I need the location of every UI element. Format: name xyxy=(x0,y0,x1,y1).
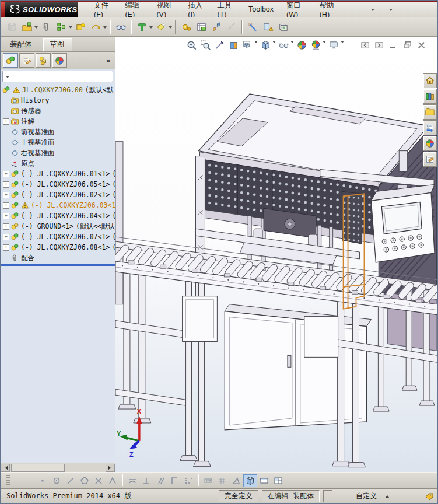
window-prev-button[interactable] xyxy=(358,38,372,51)
menu-search-icon[interactable] xyxy=(345,3,357,16)
screen-capture-button[interactable] xyxy=(275,19,290,35)
tab-assembly[interactable]: 装配体 xyxy=(3,38,39,51)
taskpane-appearances-button[interactable] xyxy=(423,136,437,151)
close-button[interactable] xyxy=(421,3,435,16)
scroll-left-icon[interactable] xyxy=(1,464,10,472)
sp-tangent-button[interactable] xyxy=(125,474,139,487)
open-component-button[interactable] xyxy=(19,19,34,35)
update-assembly-button[interactable] xyxy=(260,19,275,35)
graphics-area[interactable]: X Y Z xyxy=(115,37,437,472)
expand-toggle[interactable]: + xyxy=(3,192,9,198)
display-style-dropdown[interactable] xyxy=(272,41,276,45)
minimize-doc-button[interactable] xyxy=(386,38,400,51)
open-component-dropdown[interactable] xyxy=(34,26,38,30)
apply-scene-dropdown[interactable] xyxy=(323,41,326,45)
apply-scene-button[interactable] xyxy=(309,38,323,51)
mate-button[interactable] xyxy=(38,19,54,35)
toolbar-drag-handle[interactable] xyxy=(6,475,10,487)
window-next-button[interactable] xyxy=(372,38,386,51)
tree-item-13[interactable]: +(-) GROUND<1>(默认<<默认: xyxy=(2,221,115,232)
front-junction-box[interactable] xyxy=(304,317,338,358)
panel-expand-chevron[interactable]: » xyxy=(106,56,113,65)
linear-pattern-dropdown[interactable] xyxy=(69,26,72,30)
view-orientation-button[interactable] xyxy=(240,38,254,51)
close-doc-button[interactable] xyxy=(414,38,428,51)
bill-of-materials-button[interactable] xyxy=(194,19,209,35)
filter-dropdown[interactable] xyxy=(6,76,9,80)
sp-center-button[interactable] xyxy=(50,474,64,487)
help-button[interactable] xyxy=(375,3,389,16)
menu-4[interactable]: 插入(I) xyxy=(181,2,211,17)
assembly-features-dropdown[interactable] xyxy=(149,26,153,30)
reference-geometry-button[interactable] xyxy=(153,19,169,35)
linear-pattern-button[interactable] xyxy=(54,19,69,35)
fm-tab-property-manager[interactable] xyxy=(19,53,34,68)
tree-filter[interactable] xyxy=(2,71,113,82)
menu-7[interactable]: 窗口(W) xyxy=(280,2,313,17)
exploded-view-button[interactable] xyxy=(209,19,224,35)
taskpane-custom-properties-button[interactable] xyxy=(423,152,437,167)
taskpane-design-library-button[interactable] xyxy=(423,89,437,104)
new-document-dropdown[interactable] xyxy=(371,9,374,13)
fm-tab-configuration-manager[interactable] xyxy=(36,53,51,68)
move-component-dropdown[interactable] xyxy=(103,26,107,30)
tree-item-6[interactable]: 右视基准面 xyxy=(2,148,115,158)
scroll-thumb[interactable] xyxy=(11,464,65,472)
scroll-right-icon[interactable] xyxy=(106,464,115,472)
taskpane-home-button[interactable] xyxy=(423,73,437,88)
new-document-button[interactable] xyxy=(357,3,371,16)
tree-item-2[interactable]: 传感器 xyxy=(2,106,115,116)
expand-toggle[interactable]: + xyxy=(3,181,9,188)
sp-corner-button[interactable] xyxy=(167,474,181,487)
sp-line-button[interactable] xyxy=(64,474,78,487)
tag-icon[interactable] xyxy=(425,492,434,501)
menu-3[interactable]: 视图(V) xyxy=(150,2,181,17)
zoom-fit-button[interactable] xyxy=(184,38,198,51)
sp-point-button[interactable] xyxy=(36,474,50,487)
tab-sketch[interactable]: 草图 xyxy=(43,38,72,51)
sp-dotted-button[interactable] xyxy=(181,474,195,487)
hide-show-items-button[interactable] xyxy=(276,38,290,51)
restore-doc-button[interactable] xyxy=(400,38,414,51)
tree-item-15[interactable]: +(-) JL.CQXKYZJ06.08<1>(默 xyxy=(2,242,115,253)
tree-item-10[interactable]: +(-) JL.CQXKYZJ06.02<1>(默 xyxy=(2,190,115,200)
fm-tab-feature-manager[interactable] xyxy=(3,53,18,68)
zoom-area-button[interactable] xyxy=(198,38,212,51)
menu-6[interactable]: Toolbox xyxy=(242,2,280,17)
minimize-button[interactable] xyxy=(393,3,407,16)
view-settings-dropdown[interactable] xyxy=(341,41,344,45)
custom-dropdown-icon[interactable] xyxy=(385,493,390,498)
tree-item-14[interactable]: +(-) JL.CQXKYZJ06.07<1>(默 xyxy=(2,232,115,242)
menu-5[interactable]: 工具(T) xyxy=(211,2,242,17)
hide-show-items-dropdown[interactable] xyxy=(290,41,294,45)
assembly-model-drawing[interactable]: X Y Z xyxy=(115,37,437,472)
tree-item-1[interactable]: History xyxy=(2,95,115,106)
expand-toggle[interactable]: + xyxy=(3,171,9,177)
tree-item-8[interactable]: +(-) JL.CQXKYZJ06.01<1>(默 xyxy=(2,169,115,179)
tree-item-7[interactable]: 原点 xyxy=(2,158,115,169)
fm-tab-display-manager[interactable] xyxy=(52,53,67,68)
instant3d-button[interactable] xyxy=(245,19,260,35)
expand-toggle[interactable]: + xyxy=(3,202,9,209)
vp-four-button[interactable] xyxy=(271,474,285,487)
sp-parallel-button[interactable] xyxy=(153,474,167,487)
expand-toggle[interactable]: + xyxy=(3,118,9,125)
sp-grid-button[interactable] xyxy=(215,474,229,487)
section-view-button[interactable] xyxy=(226,38,240,51)
display-style-button[interactable] xyxy=(258,38,272,51)
sp-angle-button[interactable] xyxy=(229,474,243,487)
insert-component-button[interactable] xyxy=(4,19,19,35)
tree-item-16[interactable]: 配合 xyxy=(2,253,115,263)
tree-item-5[interactable]: 上视基准面 xyxy=(2,137,115,148)
menu-1[interactable]: 文件(F) xyxy=(87,2,118,17)
maximize-button[interactable] xyxy=(407,3,421,16)
sp-midpoint-button[interactable] xyxy=(106,474,120,487)
tree-item-11[interactable]: +(-) JL.CQXKYZJ06.03<1> xyxy=(2,200,115,211)
expand-toggle[interactable]: + xyxy=(3,244,9,251)
view-cube-button[interactable] xyxy=(243,474,257,487)
view-orientation-dropdown[interactable] xyxy=(254,41,258,45)
view-settings-button[interactable] xyxy=(327,38,341,51)
help-dropdown[interactable] xyxy=(389,9,393,13)
tree-item-3[interactable]: +A注解 xyxy=(2,116,115,127)
taskpane-file-explorer-button[interactable] xyxy=(423,104,437,120)
